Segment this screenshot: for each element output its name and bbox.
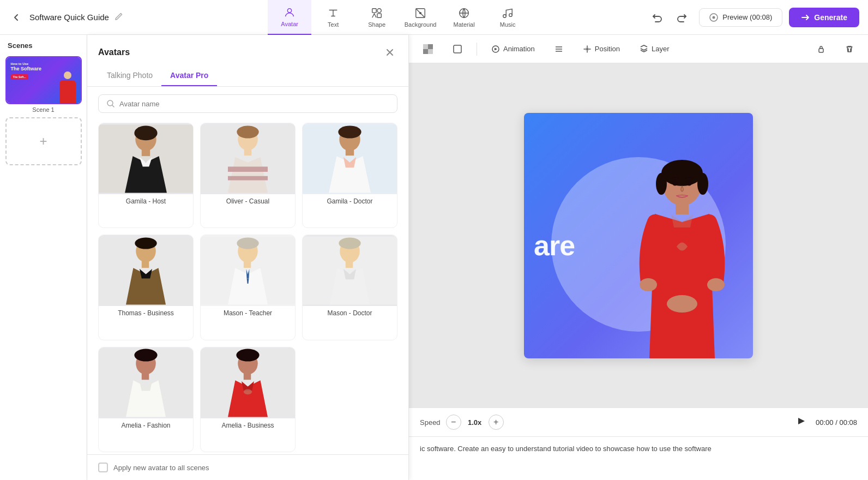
svg-point-58 <box>656 173 667 195</box>
svg-point-8 <box>503 14 507 17</box>
svg-point-23 <box>338 125 361 138</box>
svg-point-63 <box>667 295 697 313</box>
panel-footer: Apply new avatar to all scenes <box>87 454 408 480</box>
avatar-amelia-business-img <box>201 347 295 418</box>
tool-text[interactable]: Text <box>311 0 355 35</box>
avatar-card-amelia-fashion[interactable]: Amelia - Fashion <box>98 347 194 452</box>
canvas-frame-button[interactable] <box>447 41 468 57</box>
scene-thumb-1[interactable]: How to Use The Software The Soft... <box>5 56 82 104</box>
canvas-align-button[interactable] <box>549 41 569 57</box>
avatar-mason-doctor-img <box>303 235 397 306</box>
svg-point-39 <box>134 349 157 361</box>
svg-point-2 <box>377 8 381 12</box>
avatar-amelia-business-name: Amelia - Business <box>201 418 295 433</box>
animation-icon <box>491 45 500 53</box>
canvas-checker-button[interactable] <box>418 41 438 57</box>
avatar-card-thomas-business[interactable]: Thomas - Business <box>98 235 194 340</box>
redo-button[interactable] <box>673 8 692 27</box>
bottom-controls: Speed − 1.0x + 00:00 / 00:08 <box>409 407 868 436</box>
avatar-card-mason-doctor[interactable]: Mason - Doctor <box>302 235 397 340</box>
avatar-card-mason-teacher[interactable]: Mason - Teacher <box>200 235 296 340</box>
avatar-gamila-host-img <box>99 123 193 194</box>
svg-point-59 <box>697 173 708 195</box>
svg-point-9 <box>509 13 513 16</box>
canvas-avatar-svg <box>628 151 737 358</box>
svg-rect-28 <box>142 261 149 268</box>
avatar-card-amelia-business[interactable]: Amelia - Business <box>200 347 296 452</box>
svg-rect-36 <box>346 261 353 268</box>
canvas-text-overlay: are <box>534 229 575 262</box>
avatar-card-oliver-casual[interactable]: Oliver - Casual <box>200 123 296 228</box>
avatar-search-box <box>98 94 397 113</box>
svg-line-6 <box>416 8 425 17</box>
apply-all-checkbox[interactable] <box>98 463 108 472</box>
top-bar-left: Software Quick Guide <box>9 10 150 25</box>
speed-control: Speed − 1.0x + <box>420 415 504 430</box>
svg-point-11 <box>713 16 715 19</box>
tool-shape[interactable]: Shape <box>355 0 399 35</box>
generate-button[interactable]: Generate <box>789 8 859 27</box>
tool-material[interactable]: Material <box>442 0 486 35</box>
canvas-preview[interactable]: are <box>524 113 753 358</box>
undo-button[interactable] <box>647 8 666 27</box>
svg-rect-24 <box>346 149 354 155</box>
frame-icon <box>453 44 462 54</box>
project-title: Software Quick Guide <box>29 13 109 22</box>
tool-background[interactable]: Background <box>399 0 442 35</box>
script-text: ic software. Create an easy to understan… <box>420 445 712 453</box>
avatar-card-gamila-doctor[interactable]: Gamila - Doctor <box>302 123 397 228</box>
avatar-mason-teacher-img <box>201 235 295 306</box>
position-icon <box>583 45 592 53</box>
tool-music[interactable]: Music <box>486 0 529 35</box>
align-icon <box>554 45 563 53</box>
scenes-title: Scenes <box>5 41 81 50</box>
avatar-panel: Avatars Talking Photo Avatar Pro <box>87 35 409 480</box>
panel-header: Avatars <box>87 35 408 67</box>
add-scene-button[interactable]: + <box>5 117 82 165</box>
close-panel-button[interactable] <box>382 45 397 60</box>
script-area[interactable]: ic software. Create an easy to understan… <box>409 436 868 480</box>
tab-talking-photo[interactable]: Talking Photo <box>98 67 161 86</box>
avatar-gamila-doctor-name: Gamila - Doctor <box>303 194 397 208</box>
preview-button[interactable]: Preview (00:08) <box>699 8 782 27</box>
canvas-layer-button[interactable]: Layer <box>634 41 675 57</box>
panel-title: Avatars <box>98 47 130 57</box>
svg-point-31 <box>237 238 258 249</box>
svg-rect-60 <box>676 203 689 214</box>
back-button[interactable] <box>9 10 24 25</box>
svg-point-64 <box>672 179 678 185</box>
layer-icon <box>640 45 648 53</box>
tab-avatar-pro[interactable]: Avatar Pro <box>161 67 217 86</box>
svg-point-43 <box>236 349 259 361</box>
time-display: 00:00 / 00:08 <box>816 418 857 427</box>
svg-rect-40 <box>142 373 149 379</box>
search-input[interactable] <box>119 100 389 108</box>
play-button[interactable] <box>793 415 808 430</box>
canvas-position-button[interactable]: Position <box>577 41 625 57</box>
canvas-animation-button[interactable]: Animation <box>486 41 540 57</box>
edit-icon[interactable] <box>114 12 123 22</box>
avatar-oliver-casual-name: Oliver - Casual <box>201 194 295 208</box>
avatar-oliver-casual-img <box>201 123 295 194</box>
scenes-sidebar: Scenes How to Use The Software The Soft.… <box>0 35 87 480</box>
toolbar-center: Avatar Text Shape Backg <box>150 0 647 35</box>
tool-avatar[interactable]: Avatar <box>268 0 311 35</box>
avatar-thomas-business-name: Thomas - Business <box>99 306 193 320</box>
svg-rect-49 <box>423 49 428 54</box>
top-bar: Software Quick Guide Avatar Text <box>0 0 868 35</box>
speed-decrease-button[interactable]: − <box>446 415 461 430</box>
svg-rect-46 <box>423 44 428 49</box>
canvas-delete-button[interactable] <box>840 41 859 57</box>
speed-value: 1.0x <box>467 418 483 427</box>
lock-icon <box>817 45 825 53</box>
avatar-card-gamila-host[interactable]: Gamila - Host <box>98 123 194 228</box>
speed-increase-button[interactable]: + <box>489 415 504 430</box>
svg-point-15 <box>134 125 157 140</box>
canvas-lock-button[interactable] <box>811 41 831 57</box>
avatar-grid: Gamila - Host <box>87 121 408 454</box>
avatar-mason-doctor-name: Mason - Doctor <box>303 306 397 320</box>
svg-point-27 <box>135 238 156 249</box>
svg-point-61 <box>640 278 657 291</box>
speed-label: Speed <box>420 418 441 427</box>
svg-rect-32 <box>244 261 251 268</box>
